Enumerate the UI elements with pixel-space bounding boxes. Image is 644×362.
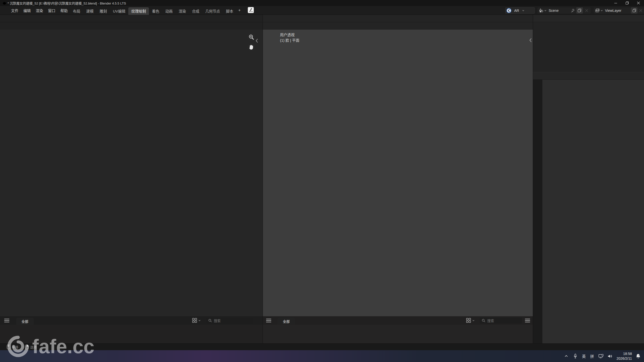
scene-name[interactable]: Scene	[549, 9, 559, 13]
workspace-tab-建模[interactable]: 建模	[83, 8, 97, 14]
hint-options: 选项	[25, 344, 37, 349]
system-tray: 英 拼 18:58 2026/2/11 z	[565, 351, 644, 361]
ime-pen-icon	[248, 7, 254, 13]
canvas-zoom-button[interactable]	[247, 33, 256, 42]
workspace-tab-几何节点[interactable]: 几何节点	[202, 8, 223, 14]
viewport-shelf-header: 全部 搜索	[263, 316, 533, 325]
viewport-context-label: (1) 脸 | 平面	[280, 37, 299, 43]
shelf-menu-icon[interactable]	[266, 319, 271, 323]
blender-menu-logo-icon[interactable]	[3, 8, 9, 13]
tray-date: 2026/2/11	[617, 356, 632, 361]
image-editor-shelf-brushes	[0, 325, 263, 343]
sidebar-collapse-arrow[interactable]	[255, 38, 259, 43]
shelf-menu-icon[interactable]	[4, 319, 10, 323]
viewlayer-icon[interactable]	[595, 8, 600, 13]
workspace-tab-布局[interactable]: 布局	[70, 8, 83, 14]
outliner-header	[533, 15, 644, 22]
viewport-header	[263, 15, 533, 22]
tray-expand-icon[interactable]	[565, 354, 568, 358]
speaker-icon[interactable]	[608, 354, 613, 358]
mouse-middle-icon	[7, 344, 10, 349]
new-scene-button[interactable]	[576, 7, 583, 14]
shelf-tab-all[interactable]: 全部	[277, 318, 295, 325]
scene-selector: Scene	[537, 7, 591, 14]
svg-text:z: z	[639, 354, 640, 356]
menu-帮助[interactable]: 帮助	[58, 6, 70, 15]
properties-editor	[533, 72, 644, 343]
character-model[interactable]	[263, 15, 533, 343]
viewport-3d: 用户透视 (1) 脸 | 平面 全部 搜索	[263, 15, 533, 343]
ar-label: AR	[514, 9, 519, 13]
title-bar: * 沉默魔女的建模_52 [E:\教程\内容\沉默魔女的建模_52.blend]…	[0, 0, 644, 6]
tray-time: 18:58	[617, 351, 632, 356]
menu-编辑[interactable]: 编辑	[21, 6, 33, 15]
window-title: * 沉默魔女的建模_52 [E:\教程\内容\沉默魔女的建模_52.blend]…	[8, 1, 126, 6]
shelf-display-settings[interactable]	[192, 318, 201, 324]
main-menus: 文件编辑渲染窗口帮助	[9, 6, 70, 15]
shelf-search-input[interactable]: 搜索	[206, 318, 253, 324]
viewport-shelf-brushes	[263, 325, 533, 343]
blender-window: * 沉默魔女的建模_52 [E:\教程\内容\沉默魔女的建模_52.blend]…	[0, 0, 644, 362]
topbar: 文件编辑渲染窗口帮助 布局建模雕刻UV编辑纹理绘制着色动画渲染合成几何节点脚本+…	[0, 6, 644, 15]
navigation-gizmo[interactable]	[501, 30, 532, 75]
workspace-tab-着色[interactable]: 着色	[149, 8, 162, 14]
notification-bell-icon[interactable]: z	[635, 353, 641, 359]
status-bar: 平移 选项	[0, 344, 644, 350]
shelf-tab-all[interactable]: 全部	[16, 318, 34, 325]
minimize-button[interactable]	[610, 0, 621, 6]
workspace-tab-合成[interactable]: 合成	[189, 8, 202, 14]
ime-mode[interactable]: 拼	[590, 353, 594, 359]
canvas-pan-button[interactable]	[247, 43, 256, 52]
outliner	[533, 15, 644, 72]
pin-icon[interactable]	[570, 8, 575, 13]
properties-body	[542, 80, 644, 343]
close-button[interactable]	[633, 0, 644, 6]
scene-icon[interactable]	[539, 8, 544, 13]
shelf-search-input[interactable]: 搜索	[480, 318, 522, 324]
cast-display-icon[interactable]	[598, 354, 604, 358]
viewlayer-name[interactable]: ViewLayer	[605, 9, 621, 13]
image-editor-tool-settings	[0, 22, 263, 30]
topbar-right: AR Scene	[505, 7, 644, 14]
menu-窗口[interactable]: 窗口	[46, 6, 58, 15]
workspace-tabs: 布局建模雕刻UV编辑纹理绘制着色动画渲染合成几何节点脚本+	[70, 6, 243, 15]
menu-文件[interactable]: 文件	[9, 6, 21, 15]
viewlayer-selector: ViewLayer	[594, 7, 644, 14]
microphone-icon[interactable]	[574, 354, 577, 358]
workspace-tab-动画[interactable]: 动画	[162, 8, 176, 14]
right-panels	[533, 15, 644, 343]
shelf-display-settings[interactable]	[466, 318, 475, 324]
windows-taskbar: 英 拼 18:58 2026/2/11 z	[0, 350, 644, 362]
uv-texture-canvas[interactable]	[0, 15, 252, 343]
properties-tabs	[533, 80, 542, 343]
workspace-tab-脚本[interactable]: 脚本	[223, 8, 236, 14]
image-editor: 全部 搜索	[0, 15, 263, 343]
menu-渲染[interactable]: 渲染	[33, 6, 46, 15]
image-editor-header	[0, 15, 263, 22]
workspace-tab-UV编辑[interactable]: UV编辑	[110, 8, 128, 14]
mouse-right-icon	[25, 344, 29, 349]
image-editor-shelf-header: 全部 搜索	[0, 316, 263, 325]
viewport-tool-settings	[263, 22, 533, 30]
back-arrow-icon[interactable]	[506, 8, 512, 13]
properties-header	[533, 72, 644, 80]
shelf-options-icon[interactable]	[525, 319, 530, 323]
workspace-tab-纹理绘制[interactable]: 纹理绘制	[128, 7, 149, 15]
new-viewlayer-button[interactable]	[631, 7, 637, 14]
hint-pan: 平移	[7, 344, 18, 349]
ar-extension-chip[interactable]: AR	[505, 7, 535, 14]
add-workspace-button[interactable]: +	[236, 8, 243, 13]
remove-viewlayer-icon[interactable]	[639, 9, 642, 12]
blender-logo-icon	[2, 1, 6, 5]
workspace-tab-渲染[interactable]: 渲染	[176, 8, 189, 14]
unlink-scene-icon[interactable]	[585, 9, 588, 12]
viewport-sidebar-arrow[interactable]	[529, 37, 532, 43]
viewport-view-label: 用户透视	[280, 32, 295, 37]
workspace-tab-雕刻[interactable]: 雕刻	[97, 8, 110, 14]
clock[interactable]: 18:58 2026/2/11	[617, 351, 632, 361]
restore-button[interactable]	[621, 0, 633, 6]
ime-language[interactable]: 英	[582, 353, 586, 359]
